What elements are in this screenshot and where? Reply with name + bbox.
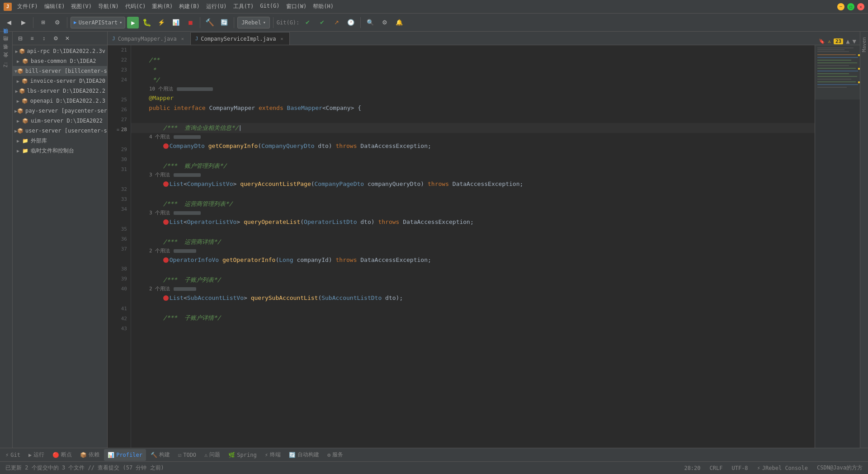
breakpoint-icon[interactable] bbox=[163, 181, 169, 187]
back-button[interactable]: ◀ bbox=[3, 16, 15, 29]
menu-code[interactable]: 代码(C) bbox=[123, 2, 149, 11]
tab-close-mapper[interactable]: ✕ bbox=[179, 36, 186, 42]
profiler-tab[interactable]: 📊 Profiler bbox=[104, 449, 146, 461]
csdn-info[interactable]: CSDN@Java的方方 bbox=[815, 463, 864, 473]
method-name: queryOperateList bbox=[244, 217, 300, 227]
auto-build-tab[interactable]: 🔄 自动构建 bbox=[285, 449, 323, 461]
spring-tab[interactable]: 🌿 Spring bbox=[225, 449, 260, 461]
git-bottom-tab[interactable]: ⚡ Git bbox=[2, 449, 24, 461]
tree-item-user-server[interactable]: ▶ 📦 user-server [usercenter-se bbox=[13, 126, 107, 136]
keyword-throws: throws bbox=[428, 179, 449, 189]
commit-info[interactable]: 已更新 2 个提交中的 3 个文件 // 查看提交 (57 分钟 之前) bbox=[4, 463, 166, 473]
encoding-text: UTF-8 bbox=[731, 465, 748, 471]
menu-view[interactable]: 视图(V) bbox=[68, 2, 94, 11]
search-button[interactable]: 🔍 bbox=[364, 16, 377, 29]
git-history-button[interactable]: 🕐 bbox=[344, 16, 357, 29]
code-text bbox=[205, 141, 208, 151]
notifications-button[interactable]: 🔔 bbox=[393, 16, 406, 29]
sidebar-scroll-btn[interactable]: ↕ bbox=[39, 33, 49, 43]
menu-edit[interactable]: 编辑(E) bbox=[42, 2, 68, 11]
tab-company-service-impl[interactable]: J CompanyServiceImpl.java ✕ bbox=[191, 32, 290, 45]
breakpoint-icon[interactable] bbox=[163, 219, 169, 225]
tree-item-scratch[interactable]: ▶ 📁 临时文件和控制台 bbox=[13, 146, 107, 156]
dependencies-tab[interactable]: 📦 依赖 bbox=[76, 449, 103, 461]
scroll-up-icon[interactable]: ▲ bbox=[846, 38, 849, 45]
tab-label: CompanyMapper.java bbox=[118, 36, 177, 42]
menu-git[interactable]: Git(G) bbox=[257, 2, 282, 11]
menu-file[interactable]: 文件(F) bbox=[14, 2, 41, 11]
breakpoint-icon[interactable] bbox=[163, 257, 169, 263]
breakpoint-icon[interactable] bbox=[163, 143, 169, 149]
coverage-button[interactable]: ⚡ bbox=[155, 16, 168, 29]
settings-button[interactable]: ⚙ bbox=[51, 16, 64, 29]
tree-item-base-common[interactable]: ▶ 📦 base-common D:\IDEA2 bbox=[13, 56, 107, 66]
tree-item-invoice-server[interactable]: ▶ 📦 invoice-server D\IDEA20 bbox=[13, 76, 107, 86]
run-button[interactable]: ▶ bbox=[127, 17, 139, 28]
menu-run[interactable]: 运行(U) bbox=[203, 2, 230, 11]
tree-item-pay-server[interactable]: ▶ 📦 pay-server [paycenter-ser bbox=[13, 106, 107, 116]
menu-navigate[interactable]: 导航(N) bbox=[95, 2, 122, 11]
build-button[interactable]: 🔨 bbox=[203, 16, 216, 29]
z-branches-tab[interactable]: Z:分支 bbox=[2, 58, 10, 71]
breakpoint-icon[interactable] bbox=[163, 295, 169, 301]
sidebar-settings-btn[interactable]: ⚙ bbox=[51, 33, 61, 43]
debug-button[interactable]: 🐛 bbox=[141, 16, 153, 29]
structure-tab[interactable]: 结构 bbox=[2, 42, 10, 49]
keyword-interface: interface bbox=[174, 103, 205, 113]
jrebel-dropdown[interactable]: JRebel ▾ bbox=[237, 17, 269, 28]
run-bottom-tab[interactable]: ▶ 运行 bbox=[25, 449, 48, 461]
run-config-dropdown[interactable]: ▶ UserAPIStart ▾ bbox=[71, 17, 125, 28]
project-tab[interactable]: 项目 bbox=[2, 33, 10, 41]
menu-tools[interactable]: 工具(T) bbox=[231, 2, 257, 11]
sidebar-collapse-btn[interactable]: ⊟ bbox=[15, 33, 25, 43]
menu-build[interactable]: 构建(B) bbox=[176, 2, 203, 11]
tree-item-uim-server[interactable]: ▶ 📦 uim-server D:\IDEA2022 bbox=[13, 116, 107, 126]
issues-tab[interactable]: ⚠ 问题 bbox=[201, 449, 224, 461]
stop-button[interactable]: ◼ bbox=[184, 16, 197, 29]
recent-files-button[interactable]: ⊞ bbox=[37, 16, 49, 29]
rebuild-button[interactable]: 🔄 bbox=[218, 16, 231, 29]
encoding-info[interactable]: UTF-8 bbox=[730, 464, 750, 472]
tree-item-bill-server[interactable]: ▼ 📦 bill-server [billcenter-serv bbox=[13, 66, 107, 76]
tree-item-openapi[interactable]: ▶ 📦 openapi D:\IDEA2022.2.3 bbox=[13, 96, 107, 106]
javadoc-comment: /*** 查询企业相关信息*/ bbox=[163, 123, 239, 133]
jrebel-console-icon: ⚡ bbox=[757, 465, 760, 471]
dependencies-icon: 📦 bbox=[80, 452, 87, 458]
tab-company-mapper[interactable]: J CompanyMapper.java ✕ bbox=[108, 32, 191, 45]
build-tab[interactable]: 🔨 构建 bbox=[147, 449, 174, 461]
tree-item-lbs-server[interactable]: ▶ 📦 lbs-server D:\IDEA2022.2 bbox=[13, 86, 107, 96]
minimize-button[interactable]: ─ bbox=[837, 3, 844, 10]
line-ending-info[interactable]: CRLF bbox=[708, 464, 725, 472]
breakpoints-tab[interactable]: 🔴 断点 bbox=[49, 449, 75, 461]
tree-item-external-libs[interactable]: ▶ 📁 外部库 bbox=[13, 136, 107, 146]
tree-item-api-rpc[interactable]: ▶ 📦 api-rpc D:\IDEA2022.2.3v bbox=[13, 46, 107, 56]
forward-button[interactable]: ▶ bbox=[17, 16, 30, 29]
menu-help[interactable]: 帮助(H) bbox=[310, 2, 336, 11]
git-push-button[interactable]: ↗ bbox=[330, 16, 343, 29]
fold-icon[interactable]: ≡ bbox=[117, 125, 119, 135]
settings-gear-button[interactable]: ⚙ bbox=[378, 16, 391, 29]
menu-refactor[interactable]: 重构(R) bbox=[149, 2, 175, 11]
maven-tab[interactable]: Maven bbox=[860, 33, 868, 56]
jrebel-console-btn[interactable]: ⚡ JRebel Console bbox=[755, 464, 810, 472]
todo-tab[interactable]: ☑ TODO bbox=[175, 449, 200, 461]
code-text bbox=[170, 103, 174, 113]
scroll-down-icon[interactable]: ▼ bbox=[853, 38, 856, 45]
services-tab[interactable]: ⚙ 服务 bbox=[324, 449, 347, 461]
line-40: 40 bbox=[108, 284, 131, 294]
position-info[interactable]: 28:20 bbox=[682, 464, 702, 472]
tab-close-impl[interactable]: ✕ bbox=[278, 36, 285, 42]
sidebar-expand-btn[interactable]: ≡ bbox=[27, 33, 37, 43]
close-button[interactable]: ✕ bbox=[857, 3, 864, 10]
type-vo: SubAccountListVo bbox=[187, 293, 244, 303]
code-editor[interactable]: 21 22 23 24 25 26 27 ≡ 28 29 30 31 32 33 bbox=[108, 45, 860, 448]
git-update-button[interactable]: ✔ bbox=[316, 16, 328, 29]
profile-button[interactable]: 📊 bbox=[170, 16, 182, 29]
endpoints-tab[interactable]: ⚡ 终端 bbox=[261, 449, 284, 461]
git-check-button[interactable]: ✔ bbox=[301, 16, 314, 29]
maximize-button[interactable]: □ bbox=[847, 3, 854, 10]
bookmarks-tab[interactable]: 书签 bbox=[2, 50, 10, 57]
menu-window[interactable]: 窗口(W) bbox=[283, 2, 310, 11]
code-text: dto) bbox=[315, 141, 336, 151]
sidebar-close-btn[interactable]: ✕ bbox=[62, 33, 72, 43]
